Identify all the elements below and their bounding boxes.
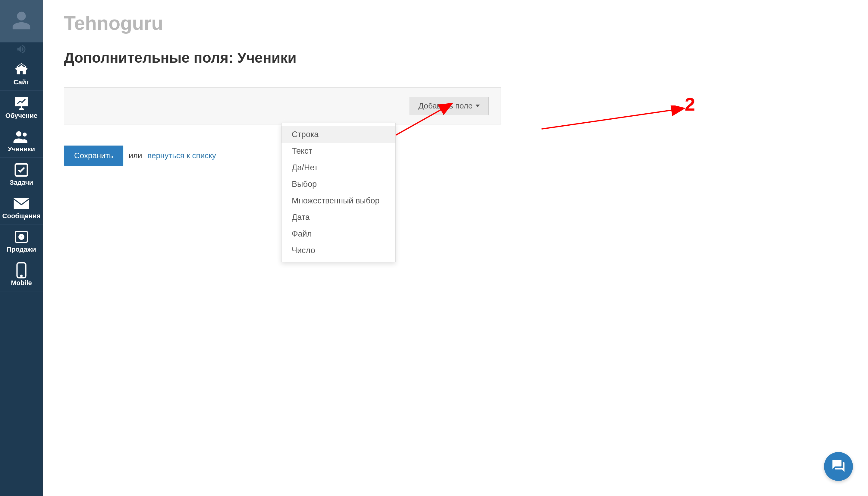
mail-icon: [14, 197, 29, 210]
svg-rect-8: [14, 198, 29, 209]
dropdown-item-file[interactable]: Файл: [281, 226, 396, 242]
sidebar-item-students[interactable]: Ученики: [0, 124, 43, 158]
dropdown-item-boolean[interactable]: Да/Нет: [281, 159, 396, 176]
annotation-number-2: 2: [685, 93, 695, 115]
presentation-icon: [14, 96, 29, 110]
back-to-list-link[interactable]: вернуться к списку: [148, 151, 216, 160]
svg-line-15: [542, 108, 683, 129]
sidebar: Сайт Обучение Ученики Задачи Сообщения: [0, 0, 43, 496]
sidebar-label: Обучение: [5, 112, 38, 120]
sidebar-profile[interactable]: [0, 0, 43, 42]
sidebar-item-learning[interactable]: Обучение: [0, 91, 43, 124]
safe-icon: [14, 230, 29, 244]
sidebar-label: Задачи: [10, 179, 33, 187]
svg-point-6: [22, 133, 27, 137]
divider: [64, 75, 847, 75]
dropdown-item-multiselect[interactable]: Множественный выбор: [281, 192, 396, 209]
dropdown-item-number[interactable]: Число: [281, 242, 396, 259]
page-title: Дополнительные поля: Ученики: [64, 49, 847, 66]
sidebar-label: Ученики: [8, 145, 35, 153]
fields-panel: Добавить поле Строка Текст Да/Нет Выбор …: [64, 88, 501, 124]
annotation-arrow-2: [537, 106, 688, 133]
or-text: или: [129, 151, 142, 160]
dropdown-item-date[interactable]: Дата: [281, 209, 396, 226]
form-actions: Сохранить или вернуться к списку: [64, 145, 847, 166]
main-content: Tehnoguru Дополнительные поля: Ученики Д…: [43, 0, 868, 496]
dropdown-item-text[interactable]: Текст: [281, 143, 396, 159]
sidebar-label: Mobile: [11, 279, 32, 287]
sidebar-sound[interactable]: [0, 42, 43, 57]
chat-fab[interactable]: [824, 452, 853, 481]
svg-point-5: [16, 131, 21, 137]
sidebar-label: Сообщения: [2, 212, 41, 220]
mobile-icon: [16, 263, 27, 277]
sidebar-label: Сайт: [14, 78, 30, 86]
home-icon: [14, 63, 29, 77]
sound-icon: [16, 44, 27, 56]
sidebar-item-tasks[interactable]: Задачи: [0, 158, 43, 191]
sidebar-item-messages[interactable]: Сообщения: [0, 191, 43, 224]
add-field-label: Добавить поле: [418, 101, 472, 111]
svg-point-13: [21, 275, 22, 277]
chat-icon: [831, 459, 846, 474]
user-icon: [11, 10, 32, 32]
save-button[interactable]: Сохранить: [64, 145, 123, 166]
brand-title: Tehnoguru: [64, 12, 847, 34]
sidebar-item-sales[interactable]: Продажи: [0, 224, 43, 258]
users-icon: [13, 129, 30, 143]
caret-down-icon: [476, 105, 480, 107]
dropdown-item-select[interactable]: Выбор: [281, 176, 396, 192]
check-icon: [14, 163, 29, 177]
dropdown-item-string[interactable]: Строка: [281, 126, 396, 143]
svg-point-11: [20, 236, 22, 238]
sidebar-item-site[interactable]: Сайт: [0, 57, 43, 91]
add-field-button[interactable]: Добавить поле: [409, 97, 489, 115]
sidebar-label: Продажи: [6, 246, 36, 253]
sidebar-item-mobile[interactable]: Mobile: [0, 258, 43, 291]
field-type-dropdown: Строка Текст Да/Нет Выбор Множественный …: [281, 123, 396, 262]
